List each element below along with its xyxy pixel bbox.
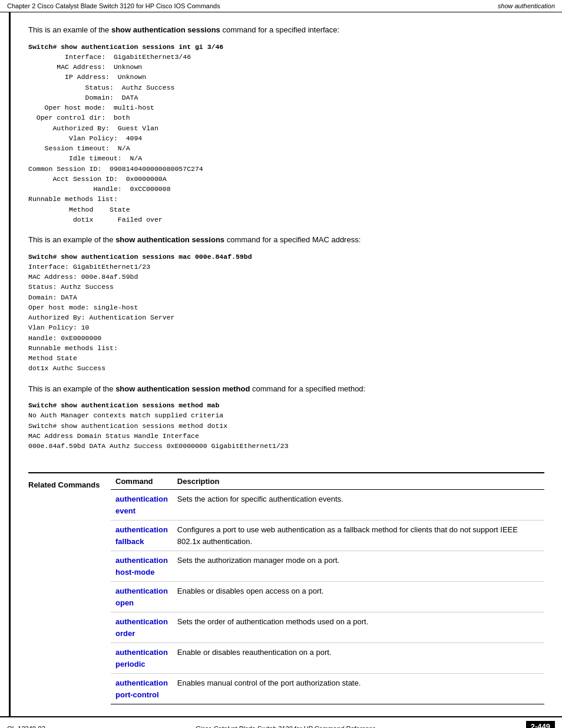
related-commands-section: Related Commands Command Description aut… xyxy=(28,472,544,704)
cmd-cell[interactable]: authenticationhost-mode xyxy=(111,551,173,582)
desc-cell: Sets the action for specific authenticat… xyxy=(173,490,544,521)
footer-left: OL-12248-03 xyxy=(7,725,45,728)
cmd-cell[interactable]: authenticationport-control xyxy=(111,674,173,704)
cmd-link-2[interactable]: fallback xyxy=(115,537,144,546)
col-command: Command xyxy=(111,473,173,490)
page-body: This is an examle of the show authentica… xyxy=(11,12,562,716)
intro-text-1: This is an examle of the show authentica… xyxy=(28,24,544,36)
table-row: authenticationhost-modeSets the authoriz… xyxy=(111,551,544,582)
code-block-2: Switch# show authentication sessions mac… xyxy=(28,252,544,374)
cmd-highlight-2: show authentication sessions xyxy=(115,235,224,244)
header-right: show authentication xyxy=(498,2,555,9)
table-row: authenticationfallbackConfigures a port … xyxy=(111,521,544,551)
cmd-link-2[interactable]: event xyxy=(115,506,135,515)
desc-cell: Enable or disables reauthentication on a… xyxy=(173,643,544,674)
bottom-footer: OL-12248-03 Cisco Catalyst Blade Switch … xyxy=(0,716,562,728)
table-row: authenticationperiodicEnable or disables… xyxy=(111,643,544,674)
cmd-link-2[interactable]: open xyxy=(115,598,134,607)
intro-text-3: This is an example of the show authentic… xyxy=(28,383,544,395)
header-left: Chapter 2 Cisco Catalyst Blade Switch 31… xyxy=(7,2,220,9)
code-block-1: Switch# show authentication sessions int… xyxy=(28,42,544,225)
table-row: authenticationport-controlEnables manual… xyxy=(111,674,544,704)
cmd-link-2[interactable]: port-control xyxy=(115,690,159,699)
cmd-highlight-3: show authentication session method xyxy=(115,384,250,393)
footer-center: Cisco Catalyst Blade Switch 3120 for HP … xyxy=(45,725,526,728)
cmd-link[interactable]: authentication xyxy=(115,678,168,687)
cmd-link[interactable]: authentication xyxy=(115,556,168,565)
main-content: This is an examle of the show authentica… xyxy=(0,12,562,716)
desc-cell: Sets the order of authentication methods… xyxy=(173,612,544,643)
related-commands-table: Command Description authenticationeventS… xyxy=(111,473,544,704)
page-container: Chapter 2 Cisco Catalyst Blade Switch 31… xyxy=(0,0,562,728)
cmd-link-2[interactable]: order xyxy=(115,629,135,638)
desc-cell: Enables or disables open access on a por… xyxy=(173,582,544,612)
desc-cell: Enables manual control of the port autho… xyxy=(173,674,544,704)
cmd-link[interactable]: authentication xyxy=(115,587,168,595)
cmd-link-2[interactable]: periodic xyxy=(115,660,146,668)
cmd-link[interactable]: authentication xyxy=(115,525,168,534)
top-header: Chapter 2 Cisco Catalyst Blade Switch 31… xyxy=(0,0,562,12)
table-row: authenticationopenEnables or disables op… xyxy=(111,582,544,612)
table-row: authenticationeventSets the action for s… xyxy=(111,490,544,521)
table-row: authenticationorderSets the order of aut… xyxy=(111,612,544,643)
intro-text-2: This is an example of the show authentic… xyxy=(28,234,544,246)
related-commands-label: Related Commands xyxy=(28,473,111,704)
cmd-link[interactable]: authentication xyxy=(115,648,168,657)
cmd-link[interactable]: authentication xyxy=(115,617,168,626)
cmd-cell[interactable]: authenticationorder xyxy=(111,612,173,643)
cmd-link[interactable]: authentication xyxy=(115,495,168,503)
code-block-3: Switch# show authentication sessions met… xyxy=(28,400,544,451)
cmd-highlight-1: show authentication sessions xyxy=(111,25,220,34)
cmd-cell[interactable]: authenticationevent xyxy=(111,490,173,521)
chapter-bar xyxy=(0,12,11,716)
cmd-cell[interactable]: authenticationopen xyxy=(111,582,173,612)
desc-cell: Configures a port to use web authenticat… xyxy=(173,521,544,551)
desc-cell: Sets the authorization manager mode on a… xyxy=(173,551,544,582)
cmd-cell[interactable]: authenticationfallback xyxy=(111,521,173,551)
cmd-link-2[interactable]: host-mode xyxy=(115,568,154,577)
footer-right: 2-449 xyxy=(526,721,555,728)
col-description: Description xyxy=(173,473,544,490)
cmd-cell[interactable]: authenticationperiodic xyxy=(111,643,173,674)
